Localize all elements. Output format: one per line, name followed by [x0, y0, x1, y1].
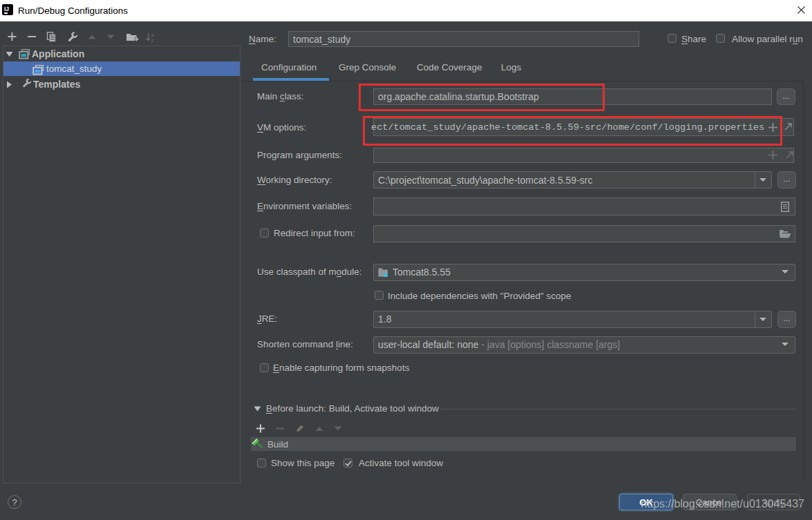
- svg-text:z: z: [151, 37, 154, 42]
